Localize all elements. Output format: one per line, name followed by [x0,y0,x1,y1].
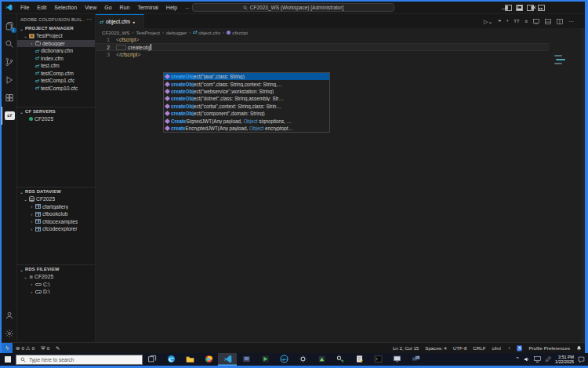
menu-edit[interactable]: Edit [33,2,50,14]
suggestion-item[interactable]: createObject("corba",context: String,cla… [164,103,329,110]
suggestion-item[interactable]: createObject("com",class: String,context… [164,80,329,87]
taskbar-file-explorer-icon[interactable] [180,353,199,366]
menu-file[interactable]: File [16,2,33,14]
open-panel-icon[interactable] [545,19,551,24]
activity-search-icon[interactable] [2,35,17,53]
tree-item-index-cfm[interactable]: cfindex.cfm [17,55,95,63]
tree-item-cf2025[interactable]: ⌄CF2025 [17,195,95,203]
close-button[interactable]: ✕ [527,2,542,14]
code-line-1[interactable]: 1<cfscript> [96,36,549,43]
taskbar-edge-icon[interactable] [162,353,180,366]
code-line-2[interactable]: 2createobj [96,43,549,50]
suggestion-item[interactable]: createObject("webservice",workstation: S… [164,88,329,95]
minimize-button[interactable]: — [497,2,512,14]
language-mode[interactable]: cfml [489,345,504,351]
activity-explorer-icon[interactable]: 1 [2,16,17,35]
menu-view[interactable]: View [81,2,100,14]
volume-icon[interactable] [524,356,530,363]
section-header[interactable]: ⌄RDS FILEVIEW [17,265,95,273]
edit-status[interactable]: ✎ [53,345,63,352]
tree-item-debugger[interactable]: ›debugger [17,40,95,48]
section-header[interactable]: ⌄PROJECT MANAGER [17,24,95,32]
breadcrumb-testproject[interactable]: TestProject [136,30,160,35]
editor-scrollbar[interactable] [581,28,585,342]
tree-item-cfartgallery[interactable]: ›cfartgallery [17,203,95,211]
ports-status[interactable]: Ψ 0 [38,345,53,351]
tree-item-testcomp1-cfc[interactable]: cftestComp1.cfc [17,77,95,85]
taskbar-editor-app-icon[interactable] [350,353,368,366]
split-editor-icon[interactable] [557,19,563,24]
menu-run[interactable]: Run [116,2,134,14]
activity-extensions-icon[interactable] [2,89,17,107]
tree-item-cf2025[interactable]: ⌄≣CF2025 [17,273,95,281]
sidebar-more-actions-icon[interactable]: ··· [85,16,92,22]
menu-help[interactable]: Help [162,2,181,14]
remote-indicator[interactable]: ϟ [2,343,13,353]
taskbar-computer-icon[interactable] [387,353,406,366]
tree-item-test-cfm[interactable]: cftest.cfm [17,62,95,70]
taskbar-task-view-icon[interactable] [143,353,162,366]
tree-item-c-[interactable]: ›C:\ [17,281,95,289]
taskbar-internet-explorer-icon[interactable]: e [274,353,293,366]
suggestion-item[interactable]: createObject("component",domain: String) [164,110,329,117]
activity-coldfusion-icon[interactable]: cf [2,107,17,125]
tree-item-d-[interactable]: ›D:\ [17,288,95,296]
suggestion-item[interactable]: createObject("dotnet",class: String,asse… [164,95,329,102]
indentation[interactable]: Spaces: 4 [422,345,450,351]
uppercase-tt-icon[interactable]: TT [514,19,519,24]
network-display-icon[interactable] [534,356,541,363]
taskbar-green-app-icon[interactable] [312,353,331,366]
activity-source-control-icon[interactable] [2,53,17,71]
tree-item-cfbookclub[interactable]: ›cfbookclub [17,210,95,218]
eol-sequence[interactable]: CRLF [470,345,488,351]
taskbar-chrome-icon[interactable] [199,353,218,366]
taskbar-server-app-icon[interactable] [237,353,256,366]
tree-item-cfcodeexplorer[interactable]: ›cfcodeexplorer [17,225,95,233]
command-center-search[interactable]: CF2023_WS (Workspace) [Administrator] [192,3,394,12]
tree-item-cfdocexamples[interactable]: ›cfdocexamples [17,218,95,226]
cursor-position[interactable]: Ln 2, Col 15 [390,345,422,351]
pen-icon[interactable] [545,356,551,363]
activity-accounts-icon[interactable] [2,306,17,324]
taskbar-command-prompt-icon[interactable] [368,353,387,366]
more-actions-icon[interactable]: ⋯ [568,19,574,24]
tree-item-testcomp10-cfc[interactable]: cftestComp10.cfc [17,85,95,93]
tab-object-cfm[interactable]: cf object.cfm ● [96,14,144,28]
start-button[interactable] [0,353,16,366]
encoding[interactable]: UTF-8 [450,345,470,351]
activity-run-and-debug-icon[interactable] [2,71,17,89]
language-status-icon[interactable]: ◔ [504,345,514,351]
taskbar-remote-desktop-icon[interactable] [406,353,425,366]
section-header[interactable]: ⌄CF SERVERS [17,107,95,115]
profile-preferences[interactable]: Profile Preferences [525,345,573,351]
suggestion-item[interactable]: CreateSignedJWT(Any payload, Object sign… [164,117,329,124]
lowercase-tt-icon[interactable]: tt [525,19,528,24]
maximize-button[interactable] [512,2,527,14]
code-line-3[interactable]: 3</cfscript> [96,51,549,58]
suggestion-item[interactable]: createEncryptedJWT(Any payload, Object e… [164,125,329,132]
preview-icon[interactable] [533,19,539,24]
minimap[interactable] [554,55,581,110]
menu-selection[interactable]: Selection [50,2,81,14]
single-quotes-icon[interactable]: ❛ [506,19,508,24]
problems-status[interactable]: ⊗ 0 ⚠ 0 [13,345,38,352]
accessibility-icon[interactable]: ♿ [514,345,526,352]
taskbar-key-tool-icon[interactable] [331,353,350,366]
tree-item-testcomp-cfm[interactable]: cftestComp.cfm [17,70,95,78]
menu-go[interactable]: Go [100,2,115,14]
tree-item-testproject[interactable]: ⌄xTestProject [17,32,95,40]
taskbar-vscode-icon[interactable] [218,353,237,366]
action-center-icon[interactable] [578,356,585,363]
taskbar-search-input[interactable]: Type here to search [16,355,143,365]
hidden-icons-chevron[interactable]: ⌃ [515,356,520,363]
suggestion-item[interactable]: createObject("java",class: String) [164,73,329,80]
tree-item-dictionary-cfm[interactable]: cfdictionary.cfm [17,47,95,55]
tree-item-cf2025[interactable]: CF2025 [17,115,95,123]
menu-terminal[interactable]: Terminal [133,2,162,14]
notifications-bell-icon[interactable] [573,345,585,351]
dirty-indicator[interactable]: ● [132,20,135,24]
taskbar-clock[interactable]: 3:51 PM 1/22/2025 [555,355,574,364]
breadcrumb-debugger[interactable]: debugger [166,30,187,35]
breadcrumb-cfscript[interactable]: cfscript [227,30,248,35]
breadcrumb-cf2023-ws[interactable]: CF2023_WS [102,30,129,35]
